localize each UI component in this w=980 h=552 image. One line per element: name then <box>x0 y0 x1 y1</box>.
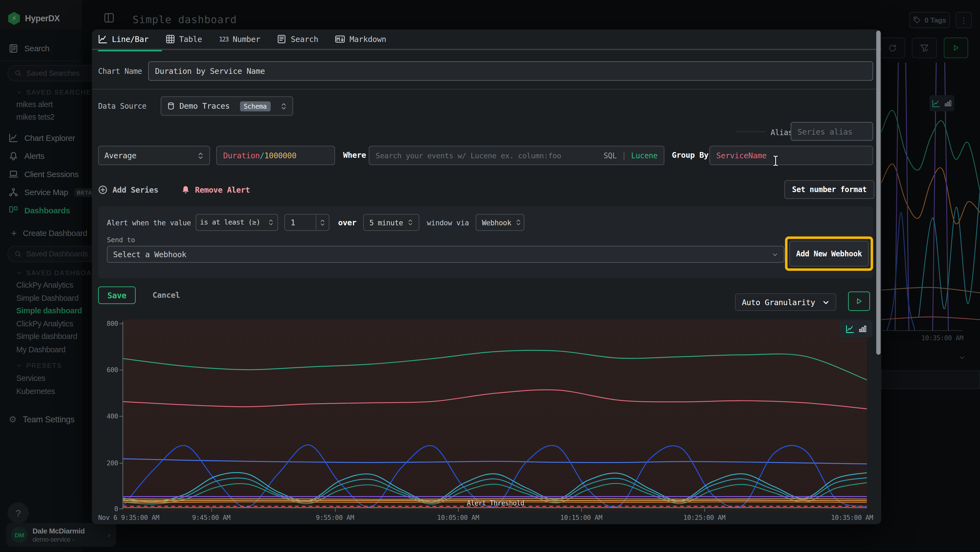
x-tick-label: 10:25:00 AM <box>683 514 725 521</box>
y-tick-label: 400 <box>97 412 118 420</box>
chart-type-tabs: Line/Bar Table 123 Number Search Markdow… <box>92 29 881 50</box>
chevron-down-icon <box>772 251 778 257</box>
save-button[interactable]: Save <box>98 287 135 304</box>
play-icon <box>855 297 863 305</box>
markdown-icon <box>335 34 345 44</box>
app-root: ⚡ HyperDX Simple dashboard 0 Tags ⋮ 10:3… <box>0 0 980 552</box>
group-by-input[interactable]: ServiceName <box>710 146 873 165</box>
preview-chart-toggle[interactable] <box>840 321 872 337</box>
updown-chevron-icon <box>407 219 413 226</box>
x-tick-label: 10:35:00 AM <box>831 514 873 521</box>
line-chart-icon <box>846 324 854 333</box>
alias-connector <box>735 131 765 132</box>
x-tick-label: Nov 6 9:35:00 AM <box>98 514 159 521</box>
updown-chevron-icon <box>268 219 274 226</box>
tab-markdown[interactable]: Markdown <box>335 34 386 44</box>
bell-icon <box>181 185 190 195</box>
updown-chevron-icon <box>281 102 287 110</box>
data-source-select[interactable]: Demo Traces Schema <box>161 96 293 116</box>
preview-chart-canvas[interactable] <box>123 324 867 509</box>
number-spinner[interactable] <box>315 214 329 230</box>
alias-input[interactable]: Series alias <box>791 122 873 141</box>
run-query-button[interactable] <box>848 292 870 311</box>
list-doc-icon <box>277 34 286 44</box>
group-by-label: Group By <box>672 150 709 160</box>
send-to-label: Send to <box>107 236 135 244</box>
alert-threshold-label: Alert Threshold <box>467 499 524 507</box>
modal-scrollbar[interactable] <box>876 30 881 354</box>
modal-divider <box>92 89 881 89</box>
active-tab-underline <box>98 50 162 51</box>
tab-line-bar[interactable]: Line/Bar <box>98 34 148 44</box>
alert-window-select[interactable]: 5 minute <box>363 214 420 231</box>
granularity-select[interactable]: Auto Granularity <box>735 294 836 311</box>
updown-chevron-icon <box>515 219 521 226</box>
y-tick-label: 800 <box>97 320 118 327</box>
database-icon <box>167 102 175 110</box>
alert-config-panel: Alert when the value is at least (≥) 1 o… <box>98 206 873 278</box>
x-tick-label: 9:45:00 AM <box>192 514 231 521</box>
y-tick-label: 600 <box>97 366 118 373</box>
data-source-label: Data Source <box>98 102 146 111</box>
remove-alert-button[interactable]: Remove Alert <box>181 185 250 195</box>
updown-chevron-icon <box>197 152 204 160</box>
chevron-down-icon <box>822 298 829 305</box>
chart-name-label: Chart Name <box>98 67 142 76</box>
y-tick-label: 200 <box>97 459 118 467</box>
table-icon <box>165 34 175 44</box>
alert-prefix-label: Alert when the value <box>107 218 191 227</box>
chevron-up-icon <box>320 219 325 222</box>
sql-toggle[interactable]: SQL <box>603 151 617 160</box>
lucene-toggle[interactable]: Lucene <box>631 151 658 160</box>
add-series-button[interactable]: Add Series <box>98 185 158 195</box>
x-tick-label: 10:15:00 AM <box>560 514 603 521</box>
bar-chart-icon <box>859 325 867 333</box>
window-via-label: window via <box>427 218 469 227</box>
x-tick-label: 10:05:00 AM <box>437 514 479 521</box>
cancel-button[interactable]: Cancel <box>153 290 180 300</box>
field-expression-input[interactable]: Duration/1000000 <box>216 146 335 165</box>
x-tick-label: 9:55:00 AM <box>316 514 354 521</box>
tab-table[interactable]: Table <box>165 34 202 44</box>
chevron-down-icon <box>320 222 325 226</box>
123-icon: 123 <box>219 36 228 43</box>
alert-channel-select[interactable]: Webhook <box>476 214 524 231</box>
tab-search[interactable]: Search <box>277 34 318 44</box>
webhook-select[interactable]: Select a Webhook <box>107 246 784 263</box>
tab-number[interactable]: 123 Number <box>219 34 260 44</box>
schema-badge: Schema <box>240 101 270 111</box>
chart-name-input[interactable]: Duration by Service Name <box>148 61 873 81</box>
set-number-format-button[interactable]: Set number format <box>784 180 874 199</box>
y-tick-label: 0 <box>97 505 118 512</box>
where-label: Where <box>343 150 366 160</box>
aggregation-select[interactable]: Average <box>98 146 210 165</box>
plus-circle-icon <box>98 185 107 195</box>
over-label: over <box>338 218 356 227</box>
alias-label: Alias <box>771 128 793 137</box>
edit-chart-modal: Line/Bar Table 123 Number Search Markdow… <box>92 29 881 524</box>
line-chart-icon <box>98 34 107 44</box>
text-cursor <box>772 155 780 167</box>
alert-threshold-input[interactable]: 1 <box>285 214 329 231</box>
where-search-input[interactable]: Search your events w/ Lucene ex. column:… <box>369 146 665 165</box>
add-webhook-highlight: Add New Webhook <box>785 236 873 271</box>
add-new-webhook-button[interactable]: Add New Webhook <box>789 241 869 266</box>
alert-condition-select[interactable]: is at least (≥) <box>196 214 278 231</box>
